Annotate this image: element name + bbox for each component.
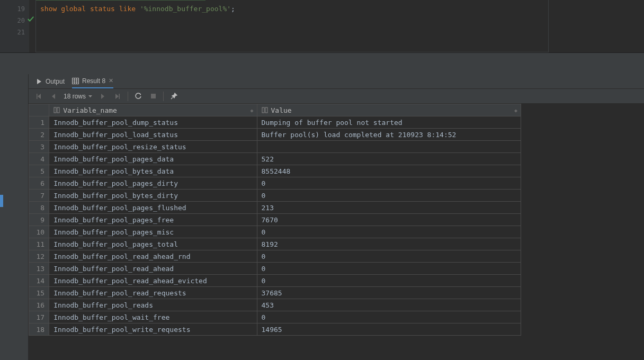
row-number: 16 bbox=[29, 299, 49, 311]
cell-variable[interactable]: Innodb_buffer_pool_bytes_dirty bbox=[49, 190, 257, 202]
refresh-icon[interactable] bbox=[133, 92, 143, 101]
cell-value[interactable]: 14965 bbox=[257, 323, 521, 336]
cell-variable[interactable]: Innodb_buffer_pool_bytes_data bbox=[49, 165, 257, 177]
cell-value[interactable]: 0 bbox=[257, 263, 521, 275]
column-icon bbox=[262, 107, 268, 113]
next-page-icon[interactable] bbox=[98, 92, 108, 101]
header-row: Variable_name ◆ V bbox=[29, 104, 521, 116]
table-row[interactable]: 1Innodb_buffer_pool_dump_statusDumping o… bbox=[29, 116, 521, 129]
svg-rect-6 bbox=[54, 107, 56, 113]
tab-label: Output bbox=[46, 78, 65, 85]
cell-variable[interactable]: Innodb_buffer_pool_read_ahead bbox=[49, 263, 257, 275]
cell-value[interactable]: 0 bbox=[257, 190, 521, 202]
column-label: Value bbox=[271, 106, 292, 114]
table-row[interactable]: 18Innodb_buffer_pool_write_requests14965 bbox=[29, 323, 521, 336]
table-row[interactable]: 13Innodb_buffer_pool_read_ahead0 bbox=[29, 263, 521, 275]
sort-icon: ◆ bbox=[514, 107, 516, 113]
column-header-variable[interactable]: Variable_name ◆ bbox=[49, 104, 257, 116]
table-row[interactable]: 15Innodb_buffer_pool_read_requests37685 bbox=[29, 287, 521, 299]
rows-count[interactable]: 18 rows bbox=[64, 93, 93, 100]
result-grid-wrap[interactable]: Variable_name ◆ V bbox=[29, 104, 644, 360]
table-row[interactable]: 7Innodb_buffer_pool_bytes_dirty0 bbox=[29, 190, 521, 202]
cell-value[interactable]: 0 bbox=[257, 177, 521, 190]
cell-variable[interactable]: Innodb_buffer_pool_pages_free bbox=[49, 214, 257, 226]
row-marker bbox=[0, 195, 3, 207]
cell-value[interactable]: Buffer pool(s) load completed at 210923 … bbox=[257, 129, 521, 141]
row-number: 5 bbox=[29, 165, 49, 177]
table-row[interactable]: 11Innodb_buffer_pool_pages_total8192 bbox=[29, 238, 521, 250]
cell-value[interactable]: 0 bbox=[257, 250, 521, 263]
last-page-icon[interactable] bbox=[113, 92, 122, 101]
tab-output[interactable]: Output bbox=[36, 74, 65, 88]
cell-variable[interactable]: Innodb_buffer_pool_reads bbox=[49, 299, 257, 311]
column-icon bbox=[53, 107, 60, 113]
table-row[interactable]: 8Innodb_buffer_pool_pages_flushed213 bbox=[29, 202, 521, 214]
pin-icon[interactable] bbox=[169, 92, 178, 101]
play-icon bbox=[36, 78, 42, 85]
line-number: 19 bbox=[0, 3, 25, 15]
cell-variable[interactable]: Innodb_buffer_pool_pages_data bbox=[49, 153, 257, 165]
stop-icon[interactable] bbox=[148, 92, 158, 101]
table-row[interactable]: 9Innodb_buffer_pool_pages_free7670 bbox=[29, 214, 521, 226]
cell-value[interactable]: 37685 bbox=[257, 287, 521, 299]
cell-value[interactable] bbox=[257, 141, 521, 153]
table-row[interactable]: 2Innodb_buffer_pool_load_statusBuffer po… bbox=[29, 129, 521, 141]
cell-variable[interactable]: Innodb_buffer_pool_load_status bbox=[49, 129, 257, 141]
code-editor[interactable]: show global status like '%innodb_buffer_… bbox=[35, 0, 549, 52]
editor-decoration bbox=[36, 0, 205, 1]
sort-icon: ◆ bbox=[251, 107, 253, 113]
splitter[interactable] bbox=[0, 53, 644, 74]
svg-rect-7 bbox=[57, 107, 59, 113]
cell-variable[interactable]: Innodb_buffer_pool_resize_status bbox=[49, 141, 257, 153]
column-header-value[interactable]: Value ◆ bbox=[257, 104, 521, 116]
row-number: 4 bbox=[29, 153, 49, 165]
cell-variable[interactable]: Innodb_buffer_pool_read_ahead_rnd bbox=[49, 250, 257, 263]
cell-value[interactable]: 0 bbox=[257, 275, 521, 287]
table-row[interactable]: 6Innodb_buffer_pool_pages_dirty0 bbox=[29, 177, 521, 190]
tab-result[interactable]: Result 8 ✕ bbox=[72, 74, 113, 88]
cell-variable[interactable]: Innodb_buffer_pool_read_ahead_evicted bbox=[49, 275, 257, 287]
cell-variable[interactable]: Innodb_buffer_pool_pages_misc bbox=[49, 226, 257, 238]
cell-value[interactable]: 453 bbox=[257, 299, 521, 311]
table-row[interactable]: 10Innodb_buffer_pool_pages_misc0 bbox=[29, 226, 521, 238]
chevron-down-icon bbox=[88, 94, 93, 98]
side-gutter bbox=[0, 74, 28, 360]
cell-variable[interactable]: Innodb_buffer_pool_read_requests bbox=[49, 287, 257, 299]
code-line: show global status like '%innodb_buffer_… bbox=[40, 3, 544, 15]
line-number: 21 bbox=[0, 26, 25, 38]
table-row[interactable]: 3Innodb_buffer_pool_resize_status bbox=[29, 141, 521, 153]
result-panel: Output Result 8 ✕ 18 rows bbox=[28, 74, 644, 360]
editor-pane: 19 20 21 show global status like '%innod… bbox=[0, 0, 644, 53]
table-row[interactable]: 5Innodb_buffer_pool_bytes_data8552448 bbox=[29, 165, 521, 177]
close-icon[interactable]: ✕ bbox=[109, 77, 113, 84]
row-number: 6 bbox=[29, 177, 49, 190]
cell-variable[interactable]: Innodb_buffer_pool_pages_flushed bbox=[49, 202, 257, 214]
table-row[interactable]: 14Innodb_buffer_pool_read_ahead_evicted0 bbox=[29, 275, 521, 287]
cell-value[interactable]: 7670 bbox=[257, 214, 521, 226]
table-row[interactable]: 4Innodb_buffer_pool_pages_data522 bbox=[29, 153, 521, 165]
prev-page-icon[interactable] bbox=[49, 92, 58, 101]
table-row[interactable]: 12Innodb_buffer_pool_read_ahead_rnd0 bbox=[29, 250, 521, 263]
table-row[interactable]: 17Innodb_buffer_pool_wait_free0 bbox=[29, 311, 521, 323]
tab-label: Result 8 bbox=[82, 77, 105, 85]
row-number: 7 bbox=[29, 190, 49, 202]
cell-value[interactable]: Dumping of buffer pool not started bbox=[257, 116, 521, 129]
svg-rect-5 bbox=[151, 94, 156, 98]
cell-value[interactable]: 0 bbox=[257, 311, 521, 323]
cell-variable[interactable]: Innodb_buffer_pool_wait_free bbox=[49, 311, 257, 323]
cell-value[interactable]: 8192 bbox=[257, 238, 521, 250]
cell-value[interactable]: 522 bbox=[257, 153, 521, 165]
row-number: 3 bbox=[29, 141, 49, 153]
cell-variable[interactable]: Innodb_buffer_pool_pages_total bbox=[49, 238, 257, 250]
first-page-icon[interactable] bbox=[34, 92, 43, 101]
cell-value[interactable]: 213 bbox=[257, 202, 521, 214]
cell-variable[interactable]: Innodb_buffer_pool_write_requests bbox=[49, 323, 257, 336]
row-number: 1 bbox=[29, 116, 49, 129]
svg-rect-0 bbox=[73, 78, 79, 84]
separator bbox=[128, 92, 128, 101]
cell-value[interactable]: 0 bbox=[257, 226, 521, 238]
cell-variable[interactable]: Innodb_buffer_pool_pages_dirty bbox=[49, 177, 257, 190]
table-row[interactable]: 16Innodb_buffer_pool_reads453 bbox=[29, 299, 521, 311]
cell-variable[interactable]: Innodb_buffer_pool_dump_status bbox=[49, 116, 257, 129]
cell-value[interactable]: 8552448 bbox=[257, 165, 521, 177]
